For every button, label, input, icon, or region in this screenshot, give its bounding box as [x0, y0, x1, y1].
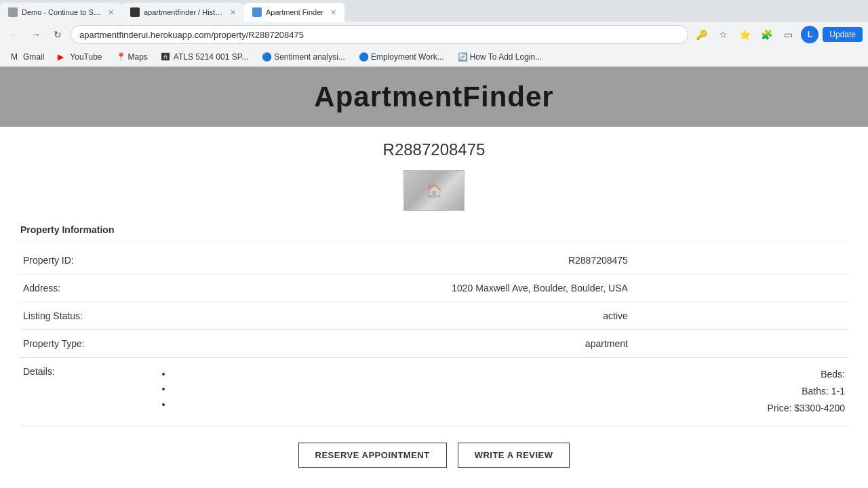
page-header: ApartmentFinder: [0, 67, 868, 127]
bookmarks-bar: M Gmail ▶ YouTube 📍 Maps 🅰 ATLS 5214 001…: [0, 47, 868, 66]
address-bar[interactable]: apartmentfinderui.herokuapp.com/property…: [71, 25, 688, 44]
bookmark-employment-icon: 🔵: [359, 52, 368, 62]
bookmark-atls-label: ATLS 5214 001 SP...: [174, 52, 248, 62]
property-type-value: apartment: [156, 330, 631, 358]
tab-github-label: apartmentfinder / History: [144, 8, 223, 16]
property-id-label: Property ID:: [20, 247, 156, 274]
table-row: Property Type: apartment: [20, 330, 848, 358]
bookmark-maps[interactable]: 📍 Maps: [111, 51, 153, 63]
write-review-button[interactable]: WRITE A REVIEW: [458, 443, 570, 468]
bookmark-gmail-label: Gmail: [23, 52, 44, 62]
bullet-item: [172, 396, 628, 411]
details-baths: Baths: 1-1: [633, 383, 845, 400]
bookmark-maps-label: Maps: [128, 52, 148, 62]
bookmark-atls[interactable]: 🅰 ATLS 5214 001 SP...: [156, 51, 254, 63]
profile-button[interactable]: L: [801, 26, 818, 43]
bookmark-atls-icon: 🅰: [161, 52, 171, 62]
bookmark-youtube-label: YouTube: [70, 52, 102, 62]
tab-apartment-close[interactable]: ✕: [330, 8, 336, 17]
bookmark-employment-label: Employment Work...: [371, 52, 444, 62]
refresh-button[interactable]: ↻: [49, 26, 66, 43]
reviews-section: Reviews test Amazing 1 bed apartment. Su…: [20, 484, 848, 488]
update-button[interactable]: Update: [823, 27, 863, 42]
bullet-item: [172, 381, 628, 396]
tab-apartment-label: Apartment Finder: [266, 8, 323, 16]
bookmark-login-label: How To Add Login...: [470, 52, 542, 62]
bookmark-sentiment-icon: 🔵: [262, 52, 271, 62]
tab-demo-label: Demo - Continue to Show...: [22, 8, 101, 16]
bookmark-add-icon[interactable]: ☆: [714, 26, 732, 43]
property-info-table: Property ID: R2887208475 Address: 1020 M…: [20, 247, 848, 426]
tab-github-favicon: [130, 7, 140, 17]
table-row: Details: Beds: Baths: 1-1 Price: $3300-4…: [20, 358, 848, 426]
section-title: Property Information: [20, 224, 848, 241]
bookmark-sentiment[interactable]: 🔵 Sentiment analysi...: [256, 51, 351, 63]
address-value: 1020 Maxwell Ave, Boulder, Boulder, USA: [156, 274, 631, 302]
listing-status-value: active: [156, 302, 631, 330]
address-label: Address:: [20, 274, 156, 302]
bookmark-login-icon: 🔄: [458, 52, 467, 62]
star-icon[interactable]: ⭐: [736, 26, 753, 43]
toolbar-icons: 🔑 ☆ ⭐ 🧩 ▭ L Update: [692, 26, 863, 43]
bookmark-employment[interactable]: 🔵 Employment Work...: [353, 51, 450, 63]
property-id-value: R2887208475: [156, 247, 631, 274]
table-row: Property ID: R2887208475: [20, 247, 848, 274]
forward-button[interactable]: →: [27, 26, 45, 43]
bookmark-maps-icon: 📍: [116, 52, 125, 62]
property-image-container: [20, 170, 848, 211]
bookmark-youtube[interactable]: ▶ YouTube: [52, 51, 107, 63]
back-button[interactable]: ←: [5, 26, 23, 43]
details-label: Details:: [20, 358, 156, 426]
details-right: Beds: Baths: 1-1 Price: $3300-4200: [631, 358, 848, 426]
browser-tabs: Demo - Continue to Show... ✕ apartmentfi…: [0, 0, 868, 22]
tab-github[interactable]: apartmentfinder / History ✕: [122, 3, 244, 22]
details-beds: Beds:: [633, 366, 845, 383]
bookmark-youtube-icon: ▶: [58, 52, 67, 62]
browser-toolbar: ← → ↻ apartmentfinderui.herokuapp.com/pr…: [0, 22, 868, 47]
page-content: R2887208475 Property Information Propert…: [0, 127, 868, 488]
address-text: apartmentfinderui.herokuapp.com/property…: [79, 30, 304, 40]
action-buttons: RESERVE APPOINTMENT WRITE A REVIEW: [20, 443, 848, 468]
listing-status-label: Listing Status:: [20, 302, 156, 330]
password-icon[interactable]: 🔑: [692, 26, 710, 43]
tab-github-close[interactable]: ✕: [230, 8, 236, 17]
tab-demo[interactable]: Demo - Continue to Show... ✕: [0, 3, 122, 22]
extension-icon[interactable]: 🧩: [757, 26, 775, 43]
property-id-title: R2887208475: [20, 140, 848, 159]
bookmark-sentiment-label: Sentiment analysi...: [274, 52, 345, 62]
table-row: Listing Status: active: [20, 302, 848, 330]
property-type-label: Property Type:: [20, 330, 156, 358]
tab-apartment-favicon: [252, 7, 262, 17]
browser-chrome: Demo - Continue to Show... ✕ apartmentfi…: [0, 0, 868, 67]
tab-strip-icon[interactable]: ▭: [779, 26, 797, 43]
app-title: ApartmentFinder: [0, 81, 868, 113]
reviews-title: Reviews: [20, 484, 848, 488]
tab-demo-favicon: [8, 7, 18, 17]
table-row: Address: 1020 Maxwell Ave, Boulder, Boul…: [20, 274, 848, 302]
tab-demo-close[interactable]: ✕: [108, 8, 114, 17]
property-image: [403, 170, 465, 211]
reserve-appointment-button[interactable]: RESERVE APPOINTMENT: [298, 443, 447, 468]
bookmark-gmail[interactable]: M Gmail: [5, 51, 50, 63]
tab-apartment[interactable]: Apartment Finder ✕: [244, 3, 344, 22]
bullet-item: [172, 366, 628, 381]
bookmark-gmail-icon: M: [11, 52, 20, 62]
bookmark-login[interactable]: 🔄 How To Add Login...: [452, 51, 548, 63]
details-bullets: [159, 366, 628, 411]
details-price: Price: $3300-4200: [633, 400, 845, 417]
